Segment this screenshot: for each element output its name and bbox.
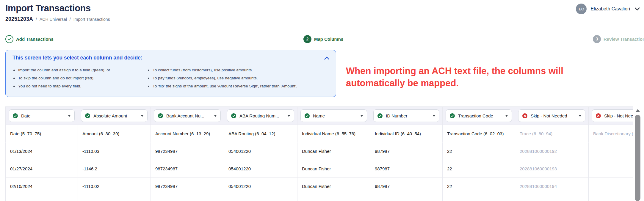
step-number-badge: 2 <box>303 35 311 43</box>
stepper-label: Review Transactions <box>604 37 644 42</box>
column-mapping-select[interactable]: ABA Routing Num... <box>227 109 294 122</box>
check-circle-icon <box>85 113 90 119</box>
column-mapping-label: Skip - Not Need <box>604 113 633 118</box>
column-mapping-cell: Transaction Code <box>443 107 515 125</box>
source-field-label: Amount (6_30_39) <box>78 125 151 142</box>
table-cell <box>5 195 78 201</box>
table-row: 01/27/2024 -1146.2 987234987 054001220 D… <box>5 160 633 178</box>
column-mapping-cell: Skip - Not Need <box>589 107 633 125</box>
breadcrumb-link-import-transactions[interactable]: Import Transactions <box>73 17 110 22</box>
column-mapping-select[interactable]: Date <box>9 109 75 122</box>
table-cell: 02/10/2024 <box>5 178 78 195</box>
caret-down-icon <box>579 115 582 117</box>
table-row: 02/10/2024 -1110.02 987234987 054001220 … <box>5 178 633 195</box>
table-cell: 987987 <box>370 142 443 160</box>
table-cell <box>370 195 443 201</box>
list-item: To collect funds (from customers), use p… <box>148 67 329 76</box>
bullet-text: To collect funds (from customers), use p… <box>153 67 253 73</box>
list-item: To 'flip' the signs of the amount, use '… <box>148 84 329 92</box>
bullet-text: To skip the column and do not import (re… <box>18 76 95 81</box>
breadcrumb-batch-id: 20251203A <box>5 16 33 22</box>
source-field-label: Individual Name (6_55_76) <box>297 125 370 142</box>
table-row: 01/13/2024 -1110.03 987234987 054001220 … <box>5 142 633 160</box>
column-mapping-cell: Name <box>297 107 370 125</box>
table-cell: 202881060000193 <box>515 160 589 177</box>
check-circle-icon <box>377 113 383 119</box>
table-cell: 054001220 <box>224 178 297 195</box>
column-mapping-select[interactable]: Skip - Not Needed <box>518 109 585 122</box>
table-cell: 22 <box>443 178 515 195</box>
table-cell: 054001220 <box>224 142 297 160</box>
caret-down-icon <box>360 115 363 117</box>
table-cell <box>589 195 633 201</box>
bullet-dot <box>13 86 15 87</box>
table-cell: 987234987 <box>151 160 224 177</box>
table-cell: 987987 <box>370 160 443 177</box>
import-transactions-page: Import Transactions 20251203A / ACH Univ… <box>0 0 644 201</box>
column-mapping-cell: ID Number <box>370 107 443 125</box>
table-cell: 22 <box>443 142 515 160</box>
table-cell <box>515 195 589 201</box>
list-item: Import the column and assign it to a fie… <box>13 67 141 76</box>
check-circle-icon <box>12 113 18 119</box>
table-cell: -1146.2 <box>78 160 151 177</box>
column-mapping-select[interactable]: Bank Account Nu... <box>154 109 221 122</box>
chevron-up-icon[interactable] <box>324 56 329 61</box>
caret-down-icon <box>287 115 290 117</box>
table-cell: 01/13/2024 <box>5 142 78 160</box>
table-cell: 987234987 <box>151 142 224 160</box>
column-mapping-label: Absolute Amount <box>93 113 138 118</box>
check-icon <box>5 35 13 43</box>
column-mapping-label: Date <box>21 113 65 118</box>
check-circle-icon <box>158 113 163 119</box>
stepper-step-add-transactions[interactable]: Add Transactions <box>5 34 54 43</box>
column-mapping-select[interactable]: ID Number <box>373 109 439 122</box>
scroll-up-arrow-icon[interactable] <box>636 109 640 112</box>
stepper-label: Add Transactions <box>16 37 54 42</box>
info-panel: This screen lets you select each column … <box>5 50 336 97</box>
info-panel-title: This screen lets you select each column … <box>12 55 142 61</box>
column-mapping-cell: Skip - Not Needed <box>515 107 589 125</box>
breadcrumb: 20251203A / ACH Universal / Import Trans… <box>5 16 110 22</box>
step-number-badge: 3 <box>593 35 601 43</box>
column-mapping-cell: Absolute Amount <box>78 107 151 125</box>
table-row-partial <box>5 195 633 201</box>
bullet-text: To 'flip' the signs of the amount, use '… <box>153 84 297 89</box>
table-cell <box>589 178 633 195</box>
column-mapping-label: Transaction Code <box>458 113 502 118</box>
table-cell: Duncan Fisher <box>297 160 370 177</box>
stepper-connector <box>350 39 588 39</box>
column-mapping-select[interactable]: Skip - Not Need <box>592 109 633 122</box>
column-mapping-select[interactable]: Name <box>300 109 367 122</box>
vertical-scrollbar[interactable] <box>633 106 642 201</box>
breadcrumb-separator: / <box>70 17 71 22</box>
check-circle-icon <box>231 113 236 119</box>
list-item: To skip the column and do not import (re… <box>13 76 141 84</box>
source-field-label: Account Number (6_13_29) <box>151 125 224 142</box>
auto-mapping-notice: When importing an ACH text file, the col… <box>346 65 596 89</box>
table-cell: 202881060000194 <box>515 178 589 195</box>
table-cell: 22 <box>443 160 515 177</box>
bullet-text: To pay funds (vendors, employees), use n… <box>153 76 258 81</box>
stepper-step-review-transactions[interactable]: 3 Review Transactions <box>593 34 644 43</box>
avatar: EC <box>576 4 587 14</box>
x-circle-icon <box>596 113 601 119</box>
column-mapping-select[interactable]: Absolute Amount <box>81 109 148 122</box>
user-menu[interactable]: EC Elizabeth Cavalieri <box>576 4 640 14</box>
scrollbar-thumb[interactable] <box>635 115 640 201</box>
table-cell: 202881060000192 <box>515 142 589 160</box>
bullet-dot <box>148 78 149 79</box>
column-mapping-select[interactable]: Transaction Code <box>446 109 512 122</box>
caret-down-icon <box>214 115 217 117</box>
source-field-label: ABA Routing (6_04_12) <box>224 125 297 142</box>
table-cell <box>589 142 633 160</box>
bullet-dot <box>13 70 15 71</box>
source-field-label: Trace (6_80_94) <box>515 125 589 142</box>
stepper-step-map-columns[interactable]: 2 Map Columns <box>303 34 343 43</box>
table-cell <box>224 195 297 201</box>
info-bullets-left: Import the column and assign it to a fie… <box>13 67 141 92</box>
source-field-label: Bank Discretionary (6 <box>589 125 633 142</box>
table-cell: 987234987 <box>151 178 224 195</box>
bullet-dot <box>148 70 149 71</box>
breadcrumb-link-ach-universal[interactable]: ACH Universal <box>40 17 67 22</box>
